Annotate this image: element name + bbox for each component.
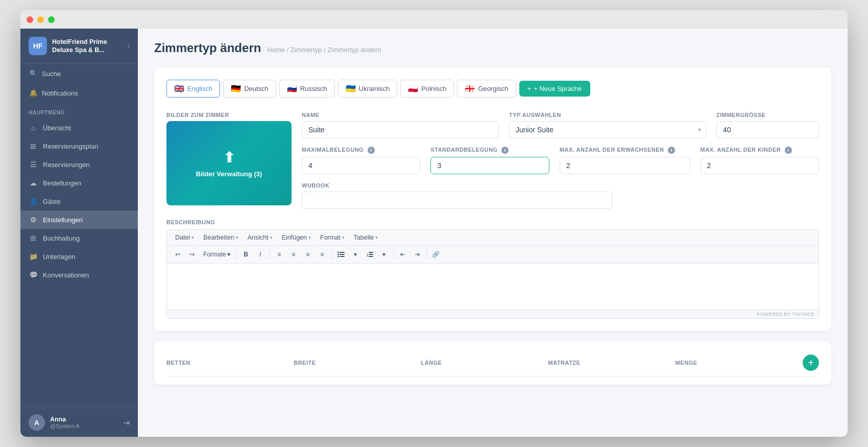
editor-menubar: Datei ▾ Bearbeiten ▾ Ansicht ▾ — [167, 230, 818, 246]
images-label: BILDER ZUM ZIMMER — [166, 112, 292, 118]
sidebar-label-reservierungsplan: Reservierungsplan — [43, 143, 98, 150]
wubook-input[interactable] — [302, 192, 612, 209]
sidebar-item-reservierungen[interactable]: ☰ Reservierungen — [20, 155, 138, 174]
flag-de: 🇩🇪 — [231, 84, 241, 93]
minimize-button[interactable] — [37, 16, 44, 23]
flag-ge: 🇬🇪 — [465, 84, 475, 93]
max-erwachsene-input[interactable] — [560, 157, 690, 174]
name-input[interactable] — [302, 121, 499, 138]
standardbelegung-info-icon[interactable]: i — [501, 147, 509, 154]
editor-menu-bearbeiten[interactable]: Bearbeiten ▾ — [199, 232, 242, 243]
image-upload-area[interactable]: ⬆ Bilder Verwaltung (3) — [166, 121, 292, 205]
italic-button[interactable]: I — [254, 248, 267, 261]
beds-card: BETTEN BREITE LÄNGE MATRATZE MENGE + — [154, 341, 831, 385]
max-kinder-input[interactable] — [701, 157, 819, 174]
maximalbelegung-info-icon[interactable]: i — [368, 147, 375, 154]
zimmergroesse-label: ZIMMERGRÖSSE — [716, 112, 819, 118]
lang-tab-pl[interactable]: 🇵🇱 Polnisch — [400, 80, 454, 98]
name-group: NAME — [302, 112, 499, 138]
sidebar-item-bestellungen[interactable]: ☁ Bestellungen — [20, 174, 138, 192]
form-top-row: BILDER ZUM ZIMMER ⬆ Bilder Verwaltung (3… — [166, 112, 819, 209]
numbered-list-caret[interactable]: ▾ — [377, 248, 391, 261]
wubook-label: WUBOOK — [302, 182, 612, 189]
typ-group: TYP AUSWÄHLEN Junior Suite Standard Delu… — [509, 112, 706, 138]
format-dropdown-button[interactable]: Formate ▾ — [200, 249, 234, 260]
logout-icon[interactable]: ⇥ — [123, 418, 130, 428]
user-sub: @System A — [50, 423, 118, 429]
sidebar-label-bestellungen: Bestellungen — [43, 179, 81, 187]
redo-button[interactable]: ↪ — [185, 248, 199, 261]
name-label: NAME — [302, 112, 499, 118]
beds-col-betten: BETTEN — [166, 360, 294, 366]
svg-point-4 — [337, 256, 339, 257]
zimmergroesse-input[interactable] — [716, 121, 819, 138]
wubook-row: WUBOOK — [302, 182, 819, 209]
editor-menu-format[interactable]: Format ▾ — [316, 232, 349, 243]
maximize-button[interactable] — [48, 16, 55, 23]
sidebar-header[interactable]: HF HotelFriend Prime Deluxe Spa & B... › — [20, 29, 138, 64]
sidebar: HF HotelFriend Prime Deluxe Spa & B... ›… — [20, 29, 138, 437]
outdent-button[interactable]: ⇤ — [396, 248, 409, 261]
sidebar-label-unterlagen: Unterlagen — [43, 253, 76, 261]
belegung-row: MAXIMALBELEGUNG i STANDARDBELEGUNG i — [302, 147, 819, 174]
max-kinder-label: MAX. ANZAHL DER KINDER i — [701, 147, 819, 154]
sidebar-item-reservierungsplan[interactable]: ⊞ Reservierungsplan — [20, 137, 138, 155]
plus-icon: + — [527, 85, 532, 92]
flag-pl: 🇵🇱 — [408, 84, 418, 93]
sidebar-search-label: Suche — [42, 70, 61, 78]
lang-tab-de[interactable]: 🇩🇪 Deutsch — [223, 80, 276, 98]
undo-button[interactable]: ↩ — [171, 248, 184, 261]
sidebar-logo: HF — [29, 37, 47, 55]
user-icon: 👤 — [29, 197, 38, 206]
beds-table-header: BETTEN BREITE LÄNGE MATRATZE MENGE + — [166, 349, 819, 377]
name-typ-row: NAME TYP AUSWÄHLEN Junior Suite Standard — [302, 112, 819, 138]
editor-body[interactable] — [167, 264, 818, 310]
bold-button[interactable]: B — [239, 248, 253, 261]
sidebar-item-buchhaltung[interactable]: ⊞ Buchhaltung — [20, 229, 138, 247]
lang-tab-uk[interactable]: 🇺🇦 Ukrainisch — [338, 80, 398, 98]
chat-icon: 💬 — [29, 270, 38, 279]
sidebar-item-konversationen[interactable]: 💬 Konversationen — [20, 266, 138, 284]
link-button[interactable]: 🔗 — [429, 248, 443, 261]
bearbeiten-caret-icon: ▾ — [236, 235, 238, 240]
sidebar-item-einstellungen[interactable]: ⚙ Einstellungen — [20, 210, 138, 229]
search-icon: 🔍 — [29, 69, 38, 78]
add-bed-button[interactable]: + — [803, 355, 819, 371]
align-justify-button[interactable]: ≡ — [316, 248, 329, 261]
sidebar-item-uebersicht[interactable]: ⌂ Übersicht — [20, 119, 138, 137]
traffic-lights — [27, 16, 55, 23]
add-language-button[interactable]: + + Neue Sprache — [519, 81, 590, 97]
max-erwachsene-label: MAX. ANZAHL DER ERWACHSENEN i — [560, 147, 690, 154]
lang-tab-ge[interactable]: 🇬🇪 Georgisch — [457, 80, 516, 98]
align-right-button[interactable]: ≡ — [301, 248, 315, 261]
align-center-button[interactable]: ≡ — [287, 248, 300, 261]
bullet-list-caret[interactable]: ▾ — [349, 248, 362, 261]
sidebar-item-unterlagen[interactable]: 📁 Unterlagen — [20, 247, 138, 266]
app-window: HF HotelFriend Prime Deluxe Spa & B... ›… — [20, 10, 848, 437]
sidebar-notifications-label: Notifications — [42, 89, 78, 97]
editor-footer: POWERED BY TINYMCE — [167, 310, 818, 318]
typ-select[interactable]: Junior Suite Standard Deluxe Suite — [509, 121, 706, 138]
bullet-list-button[interactable] — [334, 248, 348, 261]
list-icon: ☰ — [29, 160, 38, 169]
editor-menu-ansicht[interactable]: Ansicht ▾ — [244, 232, 277, 243]
indent-button[interactable]: ⇥ — [411, 248, 424, 261]
editor-menu-tabelle[interactable]: Tabelle ▾ — [350, 232, 382, 243]
editor-menu-einfuegen[interactable]: Einfügen ▾ — [278, 232, 315, 243]
lang-tab-en[interactable]: 🇬🇧 Englisch — [166, 80, 220, 98]
editor-menu-datei[interactable]: Datei ▾ — [171, 232, 198, 243]
toolbar-divider-1 — [236, 249, 237, 260]
sidebar-item-gaeste[interactable]: 👤 Gäste — [20, 192, 138, 210]
einfuegen-caret-icon: ▾ — [308, 235, 311, 240]
numbered-list-button[interactable]: 1. — [363, 248, 376, 261]
maximalbelegung-input[interactable] — [302, 157, 420, 174]
sidebar-item-notifications[interactable]: 🔔 Notifications — [20, 83, 138, 103]
lang-label-de: Deutsch — [244, 85, 269, 92]
align-left-button[interactable]: ≡ — [273, 248, 286, 261]
max-erwachsene-info-icon[interactable]: i — [668, 147, 675, 154]
lang-tab-ru[interactable]: 🇷🇺 Russisch — [279, 80, 335, 98]
standardbelegung-input[interactable] — [430, 157, 549, 174]
close-button[interactable] — [27, 16, 33, 23]
max-kinder-info-icon[interactable]: i — [785, 147, 792, 154]
sidebar-item-search[interactable]: 🔍 Suche — [20, 64, 138, 83]
